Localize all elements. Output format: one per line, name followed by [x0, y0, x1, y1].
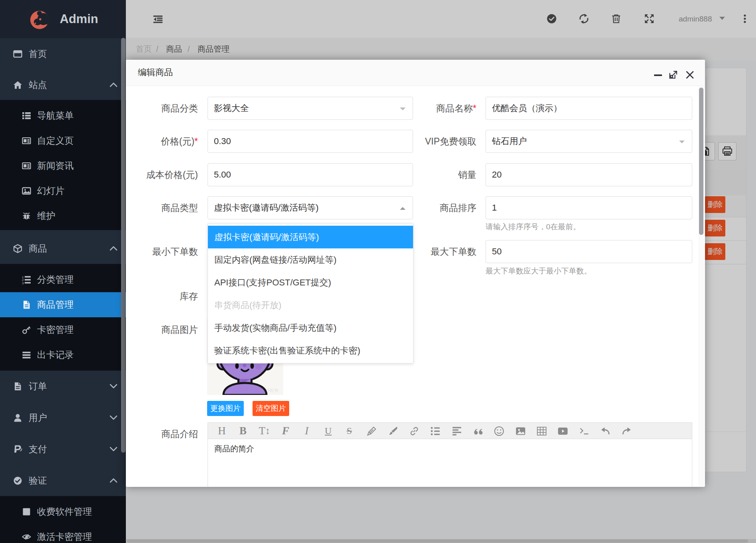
svg-text:3: 3	[22, 281, 24, 285]
svg-text:小红书: 小红书	[266, 388, 278, 393]
